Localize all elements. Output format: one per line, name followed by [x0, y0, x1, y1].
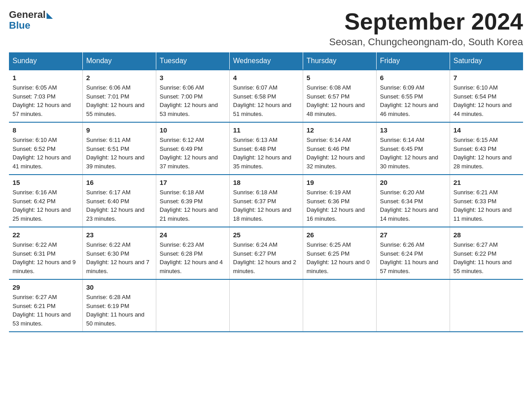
logo-blue-text: Blue: [9, 20, 30, 31]
header-thursday: Thursday: [303, 52, 376, 70]
calendar-cell: 6 Sunrise: 6:09 AM Sunset: 6:55 PM Dayli…: [376, 70, 450, 122]
day-info: Sunrise: 6:09 AM Sunset: 6:55 PM Dayligh…: [380, 83, 446, 118]
day-info: Sunrise: 6:07 AM Sunset: 6:58 PM Dayligh…: [233, 83, 299, 118]
calendar-cell: 11 Sunrise: 6:13 AM Sunset: 6:48 PM Dayl…: [229, 122, 303, 175]
day-info: Sunrise: 6:14 AM Sunset: 6:45 PM Dayligh…: [380, 136, 446, 171]
header-wednesday: Wednesday: [229, 52, 303, 70]
calendar-cell: 1 Sunrise: 6:05 AM Sunset: 7:03 PM Dayli…: [9, 70, 82, 122]
calendar-cell: 25 Sunrise: 6:24 AM Sunset: 6:27 PM Dayl…: [229, 227, 303, 279]
calendar-cell: 20 Sunrise: 6:20 AM Sunset: 6:34 PM Dayl…: [376, 175, 450, 227]
week-row-3: 15 Sunrise: 6:16 AM Sunset: 6:42 PM Dayl…: [9, 175, 523, 227]
page-header: General Blue September 2024 Seosan, Chun…: [9, 9, 523, 48]
header-sunday: Sunday: [9, 52, 82, 70]
day-info: Sunrise: 6:12 AM Sunset: 6:49 PM Dayligh…: [160, 136, 226, 171]
day-number: 17: [160, 179, 226, 186]
day-info: Sunrise: 6:23 AM Sunset: 6:28 PM Dayligh…: [160, 240, 226, 275]
calendar-cell: [156, 279, 229, 332]
day-number: 2: [86, 74, 152, 81]
day-number: 27: [380, 231, 446, 239]
day-info: Sunrise: 6:18 AM Sunset: 6:37 PM Dayligh…: [233, 188, 299, 223]
calendar-cell: 21 Sunrise: 6:21 AM Sunset: 6:33 PM Dayl…: [450, 175, 523, 227]
title-section: September 2024 Seosan, Chungcheongnam-do…: [329, 9, 523, 48]
day-info: Sunrise: 6:27 AM Sunset: 6:21 PM Dayligh…: [13, 293, 79, 328]
logo-arrow-icon: [47, 13, 53, 19]
calendar-cell: 18 Sunrise: 6:18 AM Sunset: 6:37 PM Dayl…: [229, 175, 303, 227]
calendar-cell: 24 Sunrise: 6:23 AM Sunset: 6:28 PM Dayl…: [156, 227, 229, 279]
calendar-cell: 12 Sunrise: 6:14 AM Sunset: 6:46 PM Dayl…: [303, 122, 376, 175]
day-number: 6: [380, 74, 446, 81]
day-info: Sunrise: 6:16 AM Sunset: 6:42 PM Dayligh…: [13, 188, 79, 223]
header-friday: Friday: [376, 52, 450, 70]
calendar-cell: 17 Sunrise: 6:18 AM Sunset: 6:39 PM Dayl…: [156, 175, 229, 227]
day-number: 10: [160, 126, 226, 134]
logo: General Blue: [9, 9, 53, 31]
day-number: 16: [86, 179, 152, 186]
calendar-cell: [450, 279, 523, 332]
day-info: Sunrise: 6:21 AM Sunset: 6:33 PM Dayligh…: [454, 188, 520, 223]
calendar-cell: [303, 279, 376, 332]
calendar-cell: 7 Sunrise: 6:10 AM Sunset: 6:54 PM Dayli…: [450, 70, 523, 122]
day-number: 12: [307, 126, 373, 134]
header-tuesday: Tuesday: [156, 52, 229, 70]
day-info: Sunrise: 6:25 AM Sunset: 6:25 PM Dayligh…: [307, 240, 373, 275]
logo-general-text: General: [9, 9, 46, 21]
day-number: 9: [86, 126, 152, 134]
day-number: 21: [454, 179, 520, 186]
day-number: 30: [86, 283, 152, 291]
calendar-cell: 15 Sunrise: 6:16 AM Sunset: 6:42 PM Dayl…: [9, 175, 82, 227]
day-number: 11: [233, 126, 299, 134]
day-number: 15: [13, 179, 79, 186]
calendar-cell: 5 Sunrise: 6:08 AM Sunset: 6:57 PM Dayli…: [303, 70, 376, 122]
day-info: Sunrise: 6:19 AM Sunset: 6:36 PM Dayligh…: [307, 188, 373, 223]
day-info: Sunrise: 6:20 AM Sunset: 6:34 PM Dayligh…: [380, 188, 446, 223]
calendar-cell: 9 Sunrise: 6:11 AM Sunset: 6:51 PM Dayli…: [82, 122, 156, 175]
calendar-header-row: SundayMondayTuesdayWednesdayThursdayFrid…: [9, 52, 523, 70]
day-number: 23: [86, 231, 152, 239]
week-row-4: 22 Sunrise: 6:22 AM Sunset: 6:31 PM Dayl…: [9, 227, 523, 279]
day-info: Sunrise: 6:26 AM Sunset: 6:24 PM Dayligh…: [380, 240, 446, 275]
day-info: Sunrise: 6:08 AM Sunset: 6:57 PM Dayligh…: [307, 83, 373, 118]
day-number: 3: [160, 74, 226, 81]
week-row-2: 8 Sunrise: 6:10 AM Sunset: 6:52 PM Dayli…: [9, 122, 523, 175]
day-number: 24: [160, 231, 226, 239]
calendar-cell: 29 Sunrise: 6:27 AM Sunset: 6:21 PM Dayl…: [9, 279, 82, 332]
calendar-subtitle: Seosan, Chungcheongnam-do, South Korea: [329, 36, 523, 48]
calendar-cell: 14 Sunrise: 6:15 AM Sunset: 6:43 PM Dayl…: [450, 122, 523, 175]
calendar-cell: 2 Sunrise: 6:06 AM Sunset: 7:01 PM Dayli…: [82, 70, 156, 122]
day-info: Sunrise: 6:06 AM Sunset: 7:01 PM Dayligh…: [86, 83, 152, 118]
calendar-cell: 4 Sunrise: 6:07 AM Sunset: 6:58 PM Dayli…: [229, 70, 303, 122]
day-info: Sunrise: 6:18 AM Sunset: 6:39 PM Dayligh…: [160, 188, 226, 223]
week-row-1: 1 Sunrise: 6:05 AM Sunset: 7:03 PM Dayli…: [9, 70, 523, 122]
day-number: 22: [13, 231, 79, 239]
day-number: 1: [13, 74, 79, 81]
day-number: 13: [380, 126, 446, 134]
day-number: 4: [233, 74, 299, 81]
calendar-cell: 8 Sunrise: 6:10 AM Sunset: 6:52 PM Dayli…: [9, 122, 82, 175]
calendar-cell: 22 Sunrise: 6:22 AM Sunset: 6:31 PM Dayl…: [9, 227, 82, 279]
calendar-cell: 16 Sunrise: 6:17 AM Sunset: 6:40 PM Dayl…: [82, 175, 156, 227]
day-number: 8: [13, 126, 79, 134]
header-monday: Monday: [82, 52, 156, 70]
day-number: 7: [454, 74, 520, 81]
day-number: 28: [454, 231, 520, 239]
day-info: Sunrise: 6:27 AM Sunset: 6:22 PM Dayligh…: [454, 240, 520, 275]
day-info: Sunrise: 6:10 AM Sunset: 6:54 PM Dayligh…: [454, 83, 520, 118]
calendar-cell: [229, 279, 303, 332]
calendar-cell: 30 Sunrise: 6:28 AM Sunset: 6:19 PM Dayl…: [82, 279, 156, 332]
calendar-table: SundayMondayTuesdayWednesdayThursdayFrid…: [9, 52, 523, 332]
header-saturday: Saturday: [450, 52, 523, 70]
day-number: 26: [307, 231, 373, 239]
calendar-cell: 28 Sunrise: 6:27 AM Sunset: 6:22 PM Dayl…: [450, 227, 523, 279]
day-number: 29: [13, 283, 79, 291]
day-info: Sunrise: 6:22 AM Sunset: 6:31 PM Dayligh…: [13, 240, 79, 275]
day-number: 20: [380, 179, 446, 186]
week-row-5: 29 Sunrise: 6:27 AM Sunset: 6:21 PM Dayl…: [9, 279, 523, 332]
calendar-title: September 2024: [329, 9, 523, 34]
day-info: Sunrise: 6:11 AM Sunset: 6:51 PM Dayligh…: [86, 136, 152, 171]
day-info: Sunrise: 6:24 AM Sunset: 6:27 PM Dayligh…: [233, 240, 299, 275]
day-info: Sunrise: 6:14 AM Sunset: 6:46 PM Dayligh…: [307, 136, 373, 171]
day-number: 18: [233, 179, 299, 186]
day-info: Sunrise: 6:05 AM Sunset: 7:03 PM Dayligh…: [13, 83, 79, 118]
calendar-cell: 13 Sunrise: 6:14 AM Sunset: 6:45 PM Dayl…: [376, 122, 450, 175]
day-info: Sunrise: 6:06 AM Sunset: 7:00 PM Dayligh…: [160, 83, 226, 118]
